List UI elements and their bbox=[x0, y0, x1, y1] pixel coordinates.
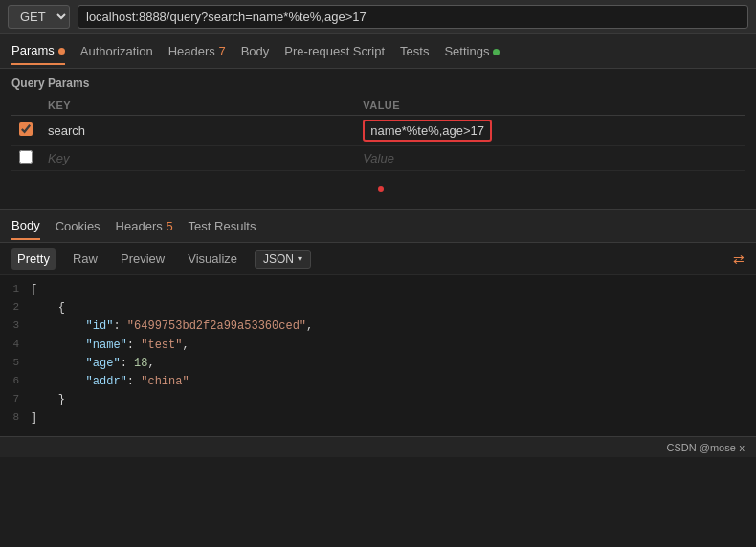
row1-checkbox[interactable] bbox=[19, 122, 33, 136]
row2-key[interactable]: Key bbox=[40, 146, 355, 171]
method-select[interactable]: GET bbox=[8, 5, 70, 29]
top-bar: GET bbox=[0, 0, 756, 34]
params-dot bbox=[58, 48, 65, 55]
format-visualize[interactable]: Visualize bbox=[182, 248, 243, 270]
filter-icon[interactable]: ⇄ bbox=[733, 252, 745, 267]
tab-settings[interactable]: Settings bbox=[444, 38, 500, 64]
row1-value: name*%te%,age>17 bbox=[355, 116, 745, 146]
params-section: Query Params KEY VALUE search name*%te%,… bbox=[0, 69, 756, 171]
format-bar: Pretty Raw Preview Visualize JSON ▾ ⇄ bbox=[0, 243, 756, 275]
code-line-4: 4 "name": "test", bbox=[0, 337, 756, 355]
tab-test-results[interactable]: Test Results bbox=[189, 213, 256, 239]
tab-response-headers[interactable]: Headers 5 bbox=[116, 213, 173, 239]
tab-headers[interactable]: Headers 7 bbox=[168, 38, 226, 64]
row1-key[interactable]: search bbox=[40, 116, 355, 146]
row1-value-highlighted[interactable]: name*%te%,age>17 bbox=[363, 120, 492, 142]
format-raw[interactable]: Raw bbox=[67, 248, 103, 270]
tab-pre-request[interactable]: Pre-request Script bbox=[284, 38, 385, 64]
col-checkbox bbox=[11, 96, 40, 116]
row2-value[interactable]: Value bbox=[355, 146, 745, 171]
tab-body[interactable]: Body bbox=[241, 38, 270, 64]
section-title: Query Params bbox=[11, 77, 745, 90]
row2-checkbox[interactable] bbox=[19, 150, 33, 164]
tab-response-body[interactable]: Body bbox=[11, 212, 40, 240]
format-pretty[interactable]: Pretty bbox=[11, 248, 56, 270]
code-line-3: 3 "id": "6499753bd2f2a99a53360ced", bbox=[0, 317, 756, 336]
table-row-empty: Key Value bbox=[11, 146, 745, 171]
settings-dot bbox=[493, 49, 500, 55]
code-line-8: 8 ] bbox=[0, 409, 756, 427]
url-input[interactable] bbox=[78, 5, 748, 29]
response-tab-bar: Body Cookies Headers 5 Test Results bbox=[0, 210, 756, 243]
code-line-6: 6 "addr": "china" bbox=[0, 373, 756, 391]
response-section: Body Cookies Headers 5 Test Results Pret… bbox=[0, 209, 756, 436]
chevron-down-icon: ▾ bbox=[298, 253, 302, 264]
tab-params[interactable]: Params bbox=[11, 37, 65, 65]
tab-authorization[interactable]: Authorization bbox=[80, 38, 153, 64]
format-select-json[interactable]: JSON ▾ bbox=[255, 250, 311, 269]
code-line-5: 5 "age": 18, bbox=[0, 355, 756, 373]
tab-cookies[interactable]: Cookies bbox=[56, 213, 100, 239]
code-line-1: 1 [ bbox=[0, 281, 756, 299]
col-value: VALUE bbox=[355, 96, 745, 116]
params-table: KEY VALUE search name*%te%,age>17 Key bbox=[11, 96, 745, 171]
col-key: KEY bbox=[40, 96, 355, 116]
tab-tests[interactable]: Tests bbox=[400, 38, 429, 64]
footer: CSDN @mose-x bbox=[0, 436, 756, 457]
footer-brand: CSDN @mose-x bbox=[667, 442, 745, 453]
red-dot bbox=[378, 186, 384, 192]
code-area[interactable]: 1 [ 2 { 3 "id": "6499753bd2f2a99a53360ce… bbox=[0, 275, 756, 436]
code-line-7: 7 } bbox=[0, 391, 756, 409]
table-row: search name*%te%,age>17 bbox=[11, 116, 745, 146]
request-tab-bar: Params Authorization Headers 7 Body Pre-… bbox=[0, 34, 756, 69]
code-line-2: 2 { bbox=[0, 299, 756, 317]
format-preview[interactable]: Preview bbox=[115, 248, 170, 270]
red-dot-area bbox=[0, 171, 756, 209]
